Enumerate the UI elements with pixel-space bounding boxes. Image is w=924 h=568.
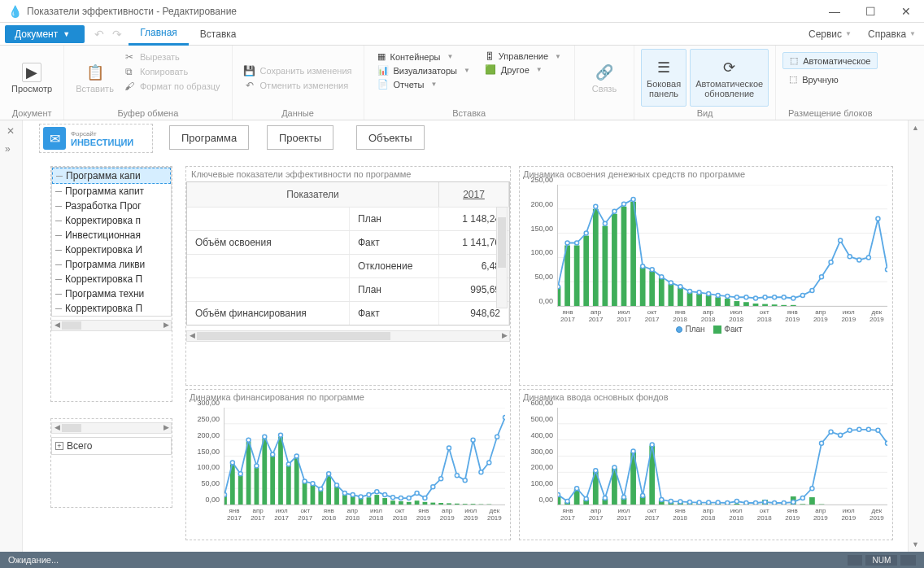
tree-scroll[interactable]: ◀▶ <box>51 422 172 434</box>
svg-rect-31 <box>791 305 796 306</box>
chart3-title: Динамика ввода основных фондов <box>520 390 892 404</box>
svg-rect-86 <box>311 485 316 505</box>
insert-visualizers[interactable]: 📊Визуализаторы▼ <box>374 64 473 76</box>
menubar: Документ ▼ ↶ ↷ Главная Вставка Сервис▼ С… <box>0 23 924 46</box>
svg-point-51 <box>734 295 739 299</box>
list-item[interactable]: Программа капит <box>52 184 171 199</box>
list-item[interactable]: Корректировка П <box>52 301 171 316</box>
svg-point-184 <box>584 497 588 501</box>
svg-point-45 <box>678 285 682 289</box>
col-indicators[interactable]: Показатели <box>187 182 439 207</box>
copy-button[interactable]: ⧉Копировать <box>122 65 222 78</box>
svg-point-43 <box>660 275 664 279</box>
close-doc-icon[interactable]: ✕ <box>7 125 15 137</box>
chart-cash-dynamics[interactable]: Динамика освоения денежных средств по пр… <box>519 166 893 386</box>
svg-point-137 <box>447 446 451 450</box>
svg-rect-30 <box>781 305 787 306</box>
svg-point-113 <box>255 464 259 468</box>
svg-rect-9 <box>583 236 589 306</box>
svg-rect-26 <box>743 302 749 306</box>
svg-rect-95 <box>382 498 387 505</box>
side-panel-button[interactable]: ☰ Боковая панель <box>641 49 686 107</box>
program-list-panel[interactable]: Программа капиПрограмма капитРазработка … <box>50 166 172 402</box>
cell: Факт <box>350 302 439 325</box>
svg-point-132 <box>407 496 411 500</box>
layout-automatic[interactable]: ⬚Автоматическое <box>782 52 878 69</box>
save-changes-button[interactable]: 💾Сохранить изменения <box>242 64 354 77</box>
scroll-thumb[interactable] <box>62 321 81 330</box>
chart-financing-dynamics[interactable]: Динамика финансирования по программе 0,0… <box>185 389 511 540</box>
undo-button[interactable]: ↶ <box>91 26 107 42</box>
close-button[interactable]: ✕ <box>888 0 924 23</box>
help-menu[interactable]: Справка▼ <box>860 28 924 40</box>
svg-point-204 <box>773 501 777 505</box>
redo-button[interactable]: ↷ <box>109 26 125 42</box>
tab-insert[interactable]: Вставка <box>189 24 248 45</box>
cut-button[interactable]: ✂Вырезать <box>122 50 222 63</box>
link-button[interactable]: 🔗 Связь <box>582 49 627 107</box>
list-item[interactable]: Корректировка И <box>52 242 171 257</box>
list-item[interactable]: Инвестиционная <box>52 228 171 242</box>
svg-rect-85 <box>303 483 307 505</box>
save-icon: 💾 <box>244 65 255 76</box>
tree-root[interactable]: + Всего <box>52 438 171 454</box>
col-year[interactable]: 2017 <box>439 182 509 207</box>
list-item[interactable]: Корректировка П <box>52 272 171 286</box>
scroll-left-icon[interactable]: ◀ <box>52 321 62 329</box>
svg-rect-178 <box>800 504 805 505</box>
auto-update-button[interactable]: ⟳ Автоматическое обновление <box>690 49 769 107</box>
insert-control[interactable]: 🎛Управление▼ <box>482 50 564 62</box>
report-icon: 📄 <box>377 79 389 90</box>
list-item[interactable]: Программа ликви <box>52 257 171 272</box>
grid-v-scroll[interactable] <box>496 207 508 308</box>
svg-rect-96 <box>390 500 395 505</box>
expand-node-icon[interactable]: + <box>55 442 63 450</box>
expand-icon[interactable]: » <box>5 143 11 155</box>
scroll-up-icon[interactable]: ▲ <box>912 124 919 132</box>
grid-h-scroll[interactable]: ◀▶ <box>186 330 510 342</box>
nav-program[interactable]: Программа <box>169 125 249 150</box>
svg-point-58 <box>800 293 804 297</box>
chart2-xaxis: янв 2017апр 2017июл 2017окт 2017янв 2018… <box>224 507 505 522</box>
list-item[interactable]: Программа капи <box>52 168 171 184</box>
list-item[interactable]: Корректировка п <box>52 213 171 228</box>
kpi-panel[interactable]: Ключевые показатели эффективности по про… <box>185 166 511 386</box>
tree-panel[interactable]: ◀▶ + Всего <box>50 418 172 508</box>
paste-button[interactable]: 📋 Вставить <box>71 49 119 107</box>
insert-containers[interactable]: ▦Контейнеры▼ <box>374 50 473 63</box>
preview-button[interactable]: ▶ Просмотр <box>7 49 57 107</box>
legend-plan-icon <box>676 326 682 333</box>
format-button[interactable]: 🖌Формат по образцу <box>122 80 222 93</box>
svg-point-57 <box>791 296 795 300</box>
service-menu[interactable]: Сервис▼ <box>800 28 860 40</box>
scroll-right-icon[interactable]: ▶ <box>161 321 171 329</box>
svg-rect-28 <box>762 304 768 306</box>
logo-block[interactable]: ✉ Форсайт ИНВЕСТИЦИИ <box>39 124 153 153</box>
cancel-changes-button[interactable]: ↶Отменить изменения <box>242 79 354 92</box>
insert-reports[interactable]: 📄Отчеты▼ <box>374 78 473 90</box>
svg-point-112 <box>246 438 251 442</box>
svg-point-139 <box>463 478 467 483</box>
svg-rect-103 <box>447 503 451 505</box>
svg-point-205 <box>782 501 786 505</box>
document-menu-label: Документ <box>15 28 58 40</box>
sliders-icon: 🎛 <box>485 51 494 61</box>
caret-down-icon: ▼ <box>845 30 852 37</box>
minimize-button[interactable]: — <box>817 0 852 23</box>
scroll-down-icon[interactable]: ▼ <box>912 540 919 548</box>
tab-main[interactable]: Главная <box>129 22 189 46</box>
svg-rect-83 <box>286 465 291 505</box>
insert-other[interactable]: 🟩Другое▼ <box>482 63 564 76</box>
nav-objects[interactable]: Объекты <box>356 125 425 150</box>
maximize-button[interactable]: ☐ <box>852 0 888 23</box>
status-scrl <box>900 555 916 566</box>
layout-manual[interactable]: ⬚Вручную <box>782 72 844 87</box>
nav-projects[interactable]: Проекты <box>267 125 333 150</box>
svg-point-54 <box>763 295 767 299</box>
list-h-scroll[interactable]: ◀ ▶ <box>51 320 172 331</box>
list-item[interactable]: Разработка Прог <box>52 199 171 213</box>
svg-point-195 <box>688 500 692 505</box>
list-item[interactable]: Программа техни <box>52 286 171 301</box>
document-menu[interactable]: Документ ▼ <box>5 25 85 43</box>
chart-assets-dynamics[interactable]: Динамика ввода основных фондов 0,00100,0… <box>519 389 893 540</box>
